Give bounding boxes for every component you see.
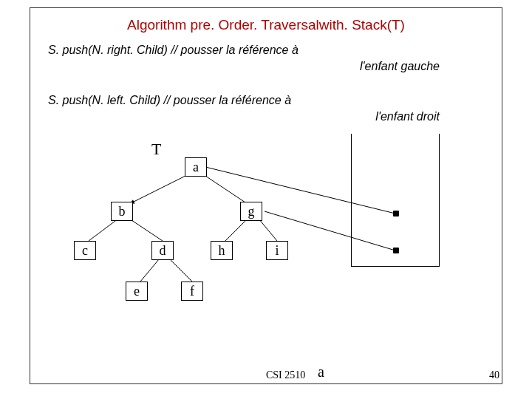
code-comment-2: // pousser la référence à: [164, 94, 292, 106]
node-f: f: [181, 282, 203, 301]
node-a: a: [185, 157, 207, 177]
code-call-1: S. push(N. right. Child): [48, 44, 171, 56]
node-i: i: [266, 241, 288, 260]
node-h: h: [211, 241, 233, 260]
svg-line-6: [140, 259, 159, 282]
svg-line-0: [129, 174, 188, 204]
code-comment-1: // pousser la référence à: [171, 44, 299, 56]
tree-edges: [48, 134, 484, 326]
code-call-2: S. push(N. left. Child): [48, 94, 164, 106]
svg-line-7: [170, 259, 192, 282]
svg-line-8: [205, 167, 395, 214]
node-e: e: [126, 282, 148, 301]
code-line-1: S. push(N. right. Child) // pousser la r…: [48, 44, 484, 57]
slide-frame: Algorithm pre. Order. Traversalwith. Sta…: [30, 7, 502, 384]
slide-title: Algorithm pre. Order. Traversalwith. Sta…: [48, 17, 484, 33]
svg-line-2: [89, 219, 118, 241]
svg-line-3: [129, 219, 163, 241]
node-d: d: [151, 241, 174, 260]
node-c: c: [74, 241, 96, 260]
code-comment-2b: l'enfant droit: [48, 110, 484, 123]
spacer-1: [48, 83, 484, 94]
footer-course: CSI 2510: [266, 369, 305, 381]
node-b: b: [111, 202, 133, 221]
svg-line-4: [225, 219, 248, 241]
stack-content-label: a: [318, 364, 324, 381]
diagram-area: T a b g c d h i e f: [48, 134, 484, 326]
node-g: g: [240, 202, 262, 221]
svg-line-5: [259, 219, 277, 241]
code-line-2: S. push(N. left. Child) // pousser la ré…: [48, 94, 484, 107]
svg-line-1: [203, 174, 248, 204]
page-number: 40: [489, 369, 499, 381]
code-comment-1b: l'enfant gauche: [48, 60, 484, 73]
